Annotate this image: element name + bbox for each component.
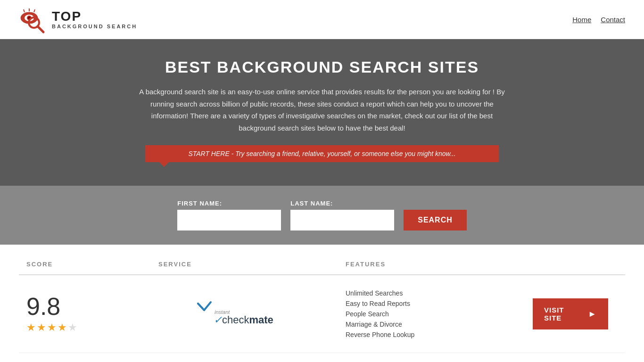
logo-top-text: TOP	[52, 9, 137, 24]
hero-section: BEST BACKGROUND SEARCH SITES A backgroun…	[0, 39, 644, 186]
header: TOP BACKGROUND SEARCH Home Contact	[0, 0, 644, 39]
search-form: FIRST NAME: LAST NAME: SEARCH	[110, 200, 534, 230]
hero-title: BEST BACKGROUND SEARCH SITES	[9, 58, 635, 76]
last-name-label: LAST NAME:	[290, 200, 394, 207]
stars-1: ★★★★★	[26, 321, 78, 334]
hero-description: A background search site is an easy-to-u…	[133, 86, 511, 134]
score-number-1: 9.8	[26, 294, 60, 319]
svg-line-9	[34, 9, 35, 12]
feature-item: People Search	[346, 310, 533, 318]
table-header-row: SCORE SERVICE FEATURES	[19, 254, 625, 275]
feature-item: Unlimited Searches	[346, 289, 533, 297]
feature-item: Easy to Read Reports	[346, 300, 533, 307]
first-name-label: FIRST NAME:	[177, 200, 281, 207]
service-logo-1: instant ✓checkmate	[158, 300, 346, 328]
visit-arrow-icon: ►	[588, 309, 597, 319]
visit-site-button-1[interactable]: VISIT SITE ►	[533, 298, 608, 329]
svg-text:✓checkmate: ✓checkmate	[214, 314, 273, 326]
svg-line-6	[38, 26, 43, 32]
logo-text: TOP BACKGROUND SEARCH	[52, 9, 137, 30]
last-name-group: LAST NAME:	[290, 200, 394, 230]
visit-col-1: VISIT SITE ►	[533, 298, 618, 329]
search-button[interactable]: SEARCH	[404, 210, 467, 230]
logo: TOP BACKGROUND SEARCH	[19, 5, 137, 34]
score-col-1: 9.8 ★★★★★	[26, 294, 158, 334]
score-header: SCORE	[26, 261, 158, 268]
first-name-group: FIRST NAME:	[177, 200, 281, 230]
table-row: 9.8 ★★★★★ instant ✓checkmate	[19, 275, 625, 353]
first-name-input[interactable]	[177, 210, 281, 230]
last-name-input[interactable]	[290, 210, 394, 230]
feature-item: Marriage & Divorce	[346, 321, 533, 328]
action-header	[533, 261, 618, 268]
results-table: SCORE SERVICE FEATURES 9.8 ★★★★★ instant	[0, 254, 644, 362]
features-col-1: Unlimited Searches Easy to Read Reports …	[346, 289, 533, 338]
search-banner: START HERE - Try searching a friend, rel…	[145, 145, 499, 162]
nav-contact[interactable]: Contact	[601, 16, 625, 24]
nav-home[interactable]: Home	[572, 16, 591, 24]
search-form-area: FIRST NAME: LAST NAME: SEARCH	[0, 186, 644, 245]
svg-line-7	[24, 9, 25, 12]
service-header: SERVICE	[158, 261, 346, 268]
main-nav: Home Contact	[572, 16, 625, 24]
table-row: 9.4 ★★★★★ PeopleLooker Accurate and up-t…	[19, 353, 625, 362]
logo-bottom-text: BACKGROUND SEARCH	[52, 24, 137, 29]
features-header: FEATURES	[346, 261, 533, 268]
logo-icon	[19, 5, 48, 34]
checkmate-logo: instant ✓checkmate	[196, 300, 309, 328]
feature-item: Reverse Phone Lookup	[346, 331, 533, 338]
